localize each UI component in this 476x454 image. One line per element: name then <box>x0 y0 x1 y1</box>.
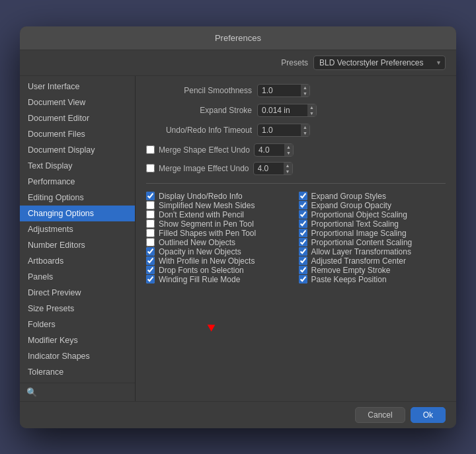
sidebar-item-size-presets[interactable]: Size Presets <box>20 301 135 317</box>
expand-stroke-label: Expand Stroke <box>146 106 252 115</box>
checkbox-col2-0[interactable] <box>299 192 307 200</box>
presets-select[interactable]: BLD Vectorstyler PreferencesDefault <box>313 56 446 70</box>
undo-redo-label: Undo/Redo Info Timeout <box>146 126 252 135</box>
sidebar-item-direct-preview[interactable]: Direct Preview <box>20 285 135 301</box>
checkbox-col2-3[interactable] <box>299 219 307 228</box>
pencil-smoothness-input-wrapper: ▲ ▼ <box>257 84 310 97</box>
merge-image-row: Merge Image Effect Undo ▲ ▼ <box>146 162 446 175</box>
checkbox-label-col1-8: Drop Fonts on Selection <box>159 266 244 275</box>
checkbox-col1-5[interactable] <box>146 238 155 246</box>
merge-image-up[interactable]: ▲ <box>284 163 292 169</box>
sidebar-item-document-files[interactable]: Document Files <box>20 126 135 142</box>
checkbox-col1: Display Undo/Redo InfoSimplified New Mes… <box>146 192 294 284</box>
ok-button[interactable]: Ok <box>411 407 446 423</box>
checkbox-label-col2-1: Expand Group Opacity <box>311 201 391 210</box>
checkbox-label-col2-4: Proportional Image Scaling <box>311 229 407 238</box>
checkbox-row-col1-2: Don't Extend with Pencil <box>146 210 294 219</box>
presets-select-wrapper[interactable]: BLD Vectorstyler PreferencesDefault <box>313 56 446 70</box>
checkbox-label-col2-7: Adjusted Transform Center <box>311 256 406 266</box>
sidebar-item-tolerance[interactable]: Tolerance <box>20 364 135 380</box>
checkbox-row-col2-9: Paste Keeps Position <box>299 275 446 284</box>
undo-redo-input-wrapper: ▲ ▼ <box>257 124 310 137</box>
checkbox-label-col2-8: Remove Empty Stroke <box>311 266 391 275</box>
checkbox-row-col2-8: Remove Empty Stroke <box>299 266 446 275</box>
checkbox-col2-5[interactable] <box>299 238 307 246</box>
checkbox-col1-0[interactable] <box>146 192 155 200</box>
undo-redo-row: Undo/Redo Info Timeout ▲ ▼ <box>146 124 446 137</box>
checkbox-col2-6[interactable] <box>299 247 307 256</box>
checkbox-col1-1[interactable] <box>146 201 155 209</box>
sidebar-item-document-display[interactable]: Document Display <box>20 142 135 158</box>
search-icon: 🔍 <box>26 387 37 397</box>
expand-stroke-input-wrapper: ▲ ▼ <box>257 104 317 117</box>
expand-stroke-down[interactable]: ▼ <box>307 110 316 116</box>
checkbox-row-col2-6: Allow Layer Transformations <box>299 247 446 256</box>
undo-redo-down[interactable]: ▼ <box>301 130 309 136</box>
search-input[interactable] <box>41 387 136 397</box>
checkbox-row-col1-4: Filled Shapes with Pen Tool <box>146 229 294 238</box>
sidebar-item-adjustments[interactable]: Adjustments <box>20 221 135 237</box>
sidebar: User InterfaceDocument ViewDocument Edit… <box>20 76 136 401</box>
checkbox-label-col1-7: With Profile in New Objects <box>159 256 255 266</box>
sidebar-item-document-view[interactable]: Document View <box>20 95 135 110</box>
checkbox-col1-4[interactable] <box>146 229 155 237</box>
pencil-smoothness-spinner[interactable]: ▲ ▼ <box>301 85 309 96</box>
footer: Cancel Ok <box>20 401 456 428</box>
checkbox-row-col1-1: Simplified New Mesh Sides <box>146 201 294 210</box>
merge-image-down[interactable]: ▼ <box>284 169 292 174</box>
merge-shape-up[interactable]: ▲ <box>284 144 293 150</box>
title-bar: Preferences <box>20 26 456 50</box>
checkbox-col2: Expand Group StylesExpand Group OpacityP… <box>299 192 446 284</box>
checkbox-col1-9[interactable] <box>146 275 155 284</box>
checkbox-col2-4[interactable] <box>299 229 307 237</box>
sidebar-item-artboards[interactable]: Artboards <box>20 253 135 269</box>
pencil-smoothness-up[interactable]: ▲ <box>301 85 309 91</box>
sidebar-search-bar: 🔍 🔍 <box>20 383 135 401</box>
checkbox-row-col1-8: Drop Fonts on Selection <box>146 266 294 275</box>
expand-stroke-spinner[interactable]: ▲ ▼ <box>307 104 316 116</box>
checkbox-col1-8[interactable] <box>146 266 155 274</box>
checkbox-col2-2[interactable] <box>299 210 307 219</box>
sidebar-item-folders[interactable]: Folders <box>20 317 135 332</box>
checkbox-row-col2-7: Adjusted Transform Center <box>299 256 446 266</box>
checkboxes-grid: Display Undo/Redo InfoSimplified New Mes… <box>146 192 446 284</box>
merge-shape-down[interactable]: ▼ <box>284 150 293 156</box>
sidebar-item-document-editor[interactable]: Document Editor <box>20 110 135 126</box>
checkbox-label-col2-2: Proportional Object Scaling <box>311 210 407 219</box>
sidebar-item-performance[interactable]: Performance <box>20 174 135 190</box>
checkbox-col1-7[interactable] <box>146 256 155 265</box>
sidebar-item-indicator-shapes[interactable]: Indicator Shapes <box>20 348 135 364</box>
checkbox-col2-8[interactable] <box>299 266 307 274</box>
merge-shape-spinner[interactable]: ▲ ▼ <box>284 144 293 156</box>
checkbox-row-col2-1: Expand Group Opacity <box>299 201 446 210</box>
checkbox-row-col2-0: Expand Group Styles <box>299 192 446 201</box>
panel: Pencil Smoothness ▲ ▼ Expand Stroke ▲ ▼ <box>136 76 456 401</box>
checkbox-row-col2-5: Proportional Content Scaling <box>299 238 446 247</box>
sidebar-item-changing-options[interactable]: Changing Options <box>20 206 135 221</box>
sidebar-item-number-editors[interactable]: Number Editors <box>20 237 135 253</box>
checkbox-col1-6[interactable] <box>146 247 155 256</box>
checkbox-label-col1-2: Don't Extend with Pencil <box>159 210 244 219</box>
expand-stroke-up[interactable]: ▲ <box>307 104 316 110</box>
merge-shape-checkbox[interactable] <box>146 145 155 154</box>
cancel-button[interactable]: Cancel <box>355 407 405 423</box>
sidebar-item-panels[interactable]: Panels <box>20 269 135 285</box>
merge-image-label: Merge Image Effect Undo <box>159 164 249 173</box>
pencil-smoothness-down[interactable]: ▼ <box>301 91 309 96</box>
sidebar-item-editing-options[interactable]: Editing Options <box>20 190 135 206</box>
undo-redo-spinner[interactable]: ▲ ▼ <box>301 124 309 136</box>
sidebar-item-modifier-keys[interactable]: Modifier Keys <box>20 332 135 348</box>
sidebar-item-text-display[interactable]: Text Display <box>20 158 135 174</box>
pencil-smoothness-label: Pencil Smoothness <box>146 86 252 95</box>
checkbox-col1-2[interactable] <box>146 210 155 219</box>
checkbox-col2-7[interactable] <box>299 256 307 265</box>
merge-image-spinner[interactable]: ▲ ▼ <box>284 163 292 174</box>
checkbox-label-col1-5: Outlined New Objects <box>159 238 235 247</box>
merge-image-checkbox[interactable] <box>146 164 155 172</box>
checkbox-label-col1-1: Simplified New Mesh Sides <box>159 201 255 210</box>
sidebar-item-user-interface[interactable]: User Interface <box>20 79 135 95</box>
checkbox-col1-3[interactable] <box>146 219 155 228</box>
undo-redo-up[interactable]: ▲ <box>301 124 309 130</box>
checkbox-col2-1[interactable] <box>299 201 307 209</box>
checkbox-col2-9[interactable] <box>299 275 307 284</box>
